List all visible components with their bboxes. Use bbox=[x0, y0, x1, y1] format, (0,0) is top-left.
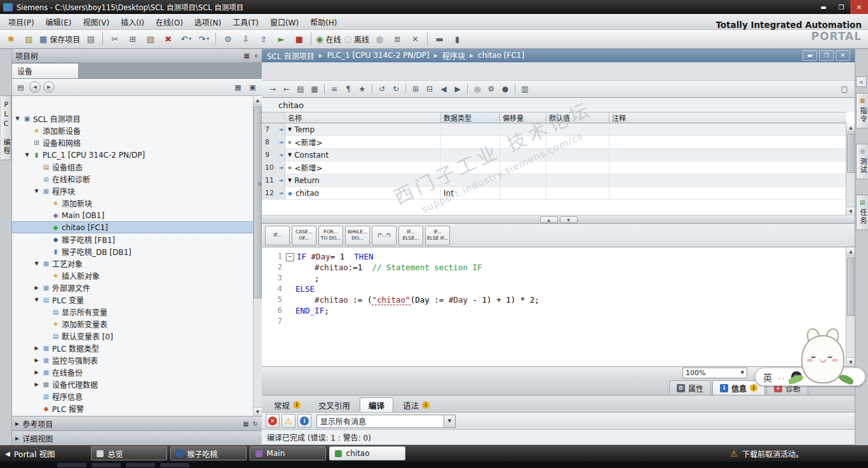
undo-edit-icon[interactable]: ↺ bbox=[376, 83, 388, 95]
taskbar-button-monkey-fb1[interactable]: 猴子吃桃 bbox=[170, 446, 247, 460]
bottom-tab-syntax[interactable]: 语法i bbox=[395, 398, 438, 412]
scroll-down-icon[interactable]: ▼ bbox=[254, 407, 262, 416]
os-taskbar-app[interactable] bbox=[160, 463, 189, 467]
var-row-11[interactable]: 11◄▼Return bbox=[262, 174, 855, 187]
redo-edit-icon[interactable]: ↻ bbox=[390, 83, 402, 95]
editor-settings-icon[interactable]: ▥ bbox=[519, 83, 531, 95]
new-project-icon[interactable]: ✱ bbox=[3, 31, 20, 46]
cell-comment[interactable] bbox=[609, 123, 846, 135]
expand-folds-icon[interactable]: ⊞ bbox=[409, 83, 422, 95]
cell-name[interactable]: ▼Constant bbox=[285, 149, 441, 161]
menu-item-3[interactable]: 插入(I) bbox=[115, 14, 150, 29]
tree-expander-icon[interactable]: ▼ bbox=[14, 116, 21, 121]
chevron-down-icon[interactable]: ▾ bbox=[207, 36, 210, 41]
tree-item-external-sources[interactable]: ▶■外部源文件 bbox=[11, 282, 254, 294]
scroll-up-icon[interactable]: ▲ bbox=[846, 247, 855, 256]
zoom-select[interactable]: 100% ▼ bbox=[682, 368, 747, 378]
tree-expander-icon[interactable]: ▶ bbox=[33, 345, 40, 351]
update-block-calls-icon[interactable]: ◎ bbox=[471, 83, 484, 95]
maximize-editor-icon[interactable]: ▢ bbox=[838, 83, 851, 95]
menu-item-4[interactable]: 在线(O) bbox=[150, 14, 189, 29]
bottom-tab-cross-references[interactable]: 交叉引用 bbox=[310, 398, 358, 412]
cross-reference-icon[interactable]: ≣ bbox=[389, 31, 406, 46]
cell-comment[interactable] bbox=[609, 187, 846, 199]
bottom-tab-general[interactable]: 常规i bbox=[266, 398, 309, 412]
filter-warnings-button[interactable]: ⚠ bbox=[281, 414, 295, 428]
rail-tab-plc-programming[interactable]: PLC 编程 bbox=[1, 95, 11, 160]
tree-item-add-tag-table[interactable]: ★添加新变量表 bbox=[11, 318, 254, 330]
save-project-button[interactable]: ▦保存项目 bbox=[38, 31, 81, 46]
tree-scrollbar[interactable]: ▲▼ bbox=[253, 96, 262, 416]
cell-offset[interactable] bbox=[500, 162, 546, 174]
taskbar-button-chitao[interactable]: chitao bbox=[329, 446, 405, 460]
code-line-7[interactable] bbox=[285, 316, 855, 327]
stop-cpu-icon[interactable]: ■ bbox=[290, 31, 308, 46]
collapse-rail-icon[interactable]: « bbox=[856, 76, 867, 87]
duplicate-row-icon[interactable]: ▦ bbox=[308, 83, 321, 95]
open-project-icon[interactable]: ▨ bbox=[20, 31, 37, 46]
tree-item-tech-objects[interactable]: ▼■工艺对象 bbox=[11, 258, 254, 270]
breadcrumb-segment-2[interactable]: 程序块 bbox=[442, 50, 465, 61]
cell-data-type[interactable] bbox=[441, 149, 500, 161]
tree-item-plc-data-types[interactable]: ▶■PLC 数据类型 bbox=[11, 342, 254, 354]
tree-expander-icon[interactable]: ▶ bbox=[33, 357, 40, 363]
shift-left-icon[interactable]: ← bbox=[280, 83, 293, 95]
var-row-12[interactable]: 12◄◆chitaoInt bbox=[262, 187, 855, 200]
tree-overview-icon[interactable]: ▦ bbox=[232, 81, 244, 93]
tree-expander-icon[interactable]: ▶ bbox=[33, 285, 40, 291]
menu-item-5[interactable]: 选项(N) bbox=[189, 14, 227, 29]
tree-item-online-diagnostics[interactable]: ◎在线和诊断 bbox=[11, 173, 254, 185]
tree-item-devices-networks[interactable]: ⊞设备和网络 bbox=[11, 137, 254, 149]
rail-tab-instructions[interactable]: ▦指令 bbox=[856, 93, 868, 128]
tree-item-monkey-fb1[interactable]: ◆猴子吃桃 [FB1] bbox=[11, 233, 254, 245]
tree-item-project-root[interactable]: ▼▣SCL 自测项目 bbox=[11, 113, 254, 125]
add-item-icon[interactable]: ▤ bbox=[15, 81, 27, 93]
var-row-9[interactable]: 9◄▼Constant bbox=[262, 149, 855, 162]
paste-icon[interactable]: ▧ bbox=[142, 31, 159, 46]
scroll-down-icon[interactable]: ▼ bbox=[846, 207, 855, 216]
print-icon[interactable]: ▤ bbox=[82, 31, 99, 46]
tree-expander-icon[interactable]: ▶ bbox=[33, 369, 40, 375]
code-line-5[interactable]: #chitao := ("chitao"(Day := #Day - 1) + … bbox=[285, 294, 855, 305]
cell-name[interactable]: ▪<新增> bbox=[285, 162, 441, 174]
go-online-button[interactable]: ◉在线 bbox=[315, 31, 342, 46]
fold-collapse-icon[interactable]: − bbox=[286, 253, 294, 261]
tree-item-plc1[interactable]: ▼▮PLC_1 [CPU 314C-2 PN/DP] bbox=[11, 149, 254, 161]
cell-offset[interactable] bbox=[500, 149, 546, 161]
collapse-folds-icon[interactable]: ⊟ bbox=[423, 83, 436, 95]
cell-data-type[interactable] bbox=[441, 123, 500, 135]
taskbar-button-overview[interactable]: 总览 bbox=[91, 446, 167, 460]
cell-comment[interactable] bbox=[609, 136, 846, 148]
column-header-1[interactable]: 数据类型 bbox=[441, 112, 500, 123]
cell-comment[interactable] bbox=[609, 149, 846, 161]
cell-name[interactable]: ▼Return bbox=[285, 174, 441, 186]
code-line-6[interactable]: END_IF; bbox=[285, 305, 855, 316]
delete-icon[interactable]: ✖ bbox=[159, 31, 177, 46]
code-line-4[interactable]: ELSE bbox=[285, 284, 855, 294]
column-header-4[interactable]: 注释 bbox=[609, 112, 846, 123]
scroll-up-icon[interactable]: ▲ bbox=[846, 123, 855, 132]
menu-item-2[interactable]: 视图(V) bbox=[78, 14, 116, 29]
prev-error-icon[interactable]: ◀ bbox=[437, 83, 450, 95]
expander-icon[interactable]: ▶ bbox=[15, 421, 19, 427]
favorites-icon[interactable]: ★ bbox=[356, 83, 369, 95]
os-taskbar-app[interactable] bbox=[126, 463, 155, 467]
filter-info-button[interactable]: i bbox=[297, 414, 311, 428]
cell-name[interactable]: ▪<新增> bbox=[285, 136, 441, 148]
column-header-3[interactable]: 默认值 bbox=[546, 112, 609, 123]
code-line-2[interactable]: #chitao:=1 // Statement section IF bbox=[285, 262, 855, 273]
cell-offset[interactable] bbox=[500, 136, 546, 148]
cell-name[interactable]: ▼Temp bbox=[285, 123, 441, 135]
snippet-while-do-button[interactable]: WHILE...DO... bbox=[345, 226, 370, 245]
copy-icon[interactable]: ⊞ bbox=[124, 31, 141, 46]
tree-item-online-backups[interactable]: ▶■在线备份 bbox=[11, 366, 254, 378]
cell-data-type[interactable] bbox=[441, 162, 500, 174]
cell-default[interactable] bbox=[546, 162, 609, 174]
tree-expander-icon[interactable]: ▼ bbox=[24, 152, 31, 158]
compile-icon[interactable]: ⚙ bbox=[219, 31, 236, 46]
tree-item-add-new-device[interactable]: ★添加新设备 bbox=[11, 125, 254, 137]
monitor-toggle-icon[interactable]: ● bbox=[499, 83, 512, 95]
rail-tab-testing[interactable]: ◎测试 bbox=[856, 144, 868, 179]
tree-item-device-config[interactable]: ▤设备组态 bbox=[11, 161, 254, 173]
snippet-case-of-button[interactable]: CASE...OF... bbox=[292, 226, 316, 245]
